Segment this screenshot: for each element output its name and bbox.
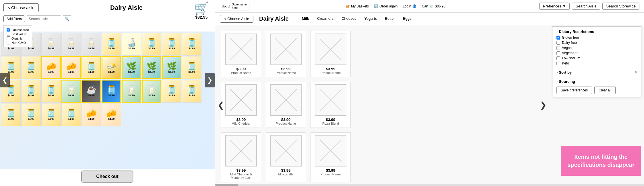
product-item[interactable]: 🫙$4.99 (182, 33, 201, 56)
checkout-button[interactable]: Check out (81, 171, 133, 183)
search-aisle-nav-button[interactable]: Search Aisle (572, 3, 600, 10)
lactose-free-filter[interactable]: Lactose free (7, 28, 29, 32)
product-item[interactable]: 🫙$4.99 (102, 33, 121, 56)
search-aisle-input[interactable] (27, 15, 61, 22)
product-item[interactable]: 🧀$4.99 (61, 56, 81, 79)
product-item[interactable]: 🫙$4.99 (182, 56, 201, 79)
best-value-filter[interactable]: Best value (7, 32, 29, 36)
clear-all-button[interactable]: Clear all (594, 87, 616, 94)
product-item[interactable]: 🫙$4.99 (102, 80, 121, 103)
product-item[interactable]: 🥛$4.99 (41, 33, 61, 56)
product-item[interactable]: 🧀$4.99 (102, 103, 121, 126)
product-item[interactable]: 🫙$4.99 (21, 80, 41, 103)
product-card[interactable]: $3.99Mild Cheddar (221, 82, 261, 128)
preference-checkbox[interactable] (556, 62, 560, 65)
product-card[interactable]: $3.99Mozzarella (266, 132, 306, 182)
tab-yogurts[interactable]: Yogurts (360, 15, 381, 22)
nav-arrow-left-panel[interactable]: ❮ (218, 100, 224, 109)
nav-arrow-right-panel[interactable]: ❯ (540, 100, 546, 109)
my-baskets-link[interactable]: 🧺 My Baskets (346, 4, 369, 8)
organic-filter[interactable]: Organic (7, 36, 29, 40)
product-item[interactable]: 🌿$4.99 (142, 56, 161, 79)
nav-arrow-left[interactable]: ❮ (0, 73, 10, 87)
product-item[interactable]: 🫙$4.99 (162, 80, 181, 103)
product-item[interactable]: 🧈$4.99 (102, 56, 121, 79)
product-item[interactable]: 🫙$4.99 (1, 103, 21, 126)
nav-links: 🧺 My Baskets 🔄 Order again Login 👤 Cart … (346, 4, 445, 8)
preferences-button[interactable]: Prefrences ▼ (539, 3, 570, 10)
product-price: $4.99 (128, 47, 135, 50)
preference-checkbox[interactable] (556, 56, 560, 60)
sourcing-title[interactable]: › Sourcing (556, 79, 637, 84)
tab-milk[interactable]: Milk (298, 15, 313, 22)
product-item[interactable]: 🫙$4.99 (142, 33, 161, 56)
product-item[interactable]: 🫙$4.99 (41, 80, 61, 103)
preference-item[interactable]: Low sodium (556, 56, 637, 60)
product-item[interactable]: 🥛$4.99 (122, 80, 141, 103)
product-price: $4.99 (108, 118, 115, 120)
preference-item[interactable]: Gluten free (556, 36, 637, 40)
scrollbar-thumb[interactable] (215, 184, 238, 186)
product-item[interactable]: 🥛$4.99 (61, 80, 81, 103)
preference-checkbox[interactable] (556, 51, 560, 55)
login-link[interactable]: Login 👤 (403, 4, 416, 8)
product-item[interactable]: 🫙$4.99 (41, 103, 61, 126)
product-item[interactable]: ☕$4.99 (82, 80, 101, 103)
product-card[interactable]: $3.99Product Name (311, 132, 351, 182)
tab-butter[interactable]: Butter (381, 15, 399, 22)
preference-checkbox[interactable] (556, 41, 560, 45)
product-icon: 🥛 (127, 86, 137, 94)
dietary-restrictions-title[interactable]: › Dietary Restrictions (556, 30, 637, 34)
nav-arrow-right[interactable]: ❯ (205, 73, 215, 87)
preference-item[interactable]: Keto (556, 61, 637, 65)
product-card-price: $3.99 (281, 67, 291, 71)
product-item[interactable]: 🫙$4.99 (82, 56, 101, 79)
cart-link[interactable]: Cart 🛒 $36.95 (422, 4, 445, 8)
product-item[interactable]: 🥛$4.99 (82, 33, 101, 56)
non-gmo-filter[interactable]: Non-GMO (7, 41, 29, 44)
product-item[interactable]: 🫙$4.99 (21, 103, 41, 126)
product-item[interactable]: 🧀$4.99 (82, 103, 101, 126)
sort-by-title[interactable]: › Sort by P (556, 70, 637, 75)
product-item[interactable]: 🥛$4.99 (61, 33, 81, 56)
product-item[interactable]: 🍶$4.99 (122, 33, 141, 56)
product-icon: ☕ (86, 86, 96, 94)
tab-cheeses[interactable]: Cheeses (337, 15, 360, 22)
product-card[interactable]: $3.99Product Name (311, 31, 351, 77)
search-submit-button[interactable]: 🔍 (63, 15, 71, 22)
product-price: $4.99 (88, 47, 95, 50)
product-item[interactable]: 🫙$4.99 (162, 33, 181, 56)
add-filters-button[interactable]: Add filters (3, 15, 25, 22)
product-item[interactable]: 🧀$4.99 (41, 56, 61, 79)
preference-item[interactable]: Vegan (556, 46, 637, 50)
product-item[interactable]: 🫙$4.99 (182, 80, 201, 103)
preference-item[interactable]: Dairy free (556, 41, 637, 45)
pref-divider (556, 68, 637, 68)
product-icon: 🫙 (6, 62, 16, 70)
search-storewide-button[interactable]: Search Storewide (602, 3, 639, 10)
product-card[interactable]: $3.99Product Name (221, 31, 261, 77)
product-price: $4.99 (128, 71, 135, 73)
preference-checkbox[interactable] (556, 46, 560, 50)
order-again-link[interactable]: 🔄 Order again (374, 4, 397, 8)
tab-eggs[interactable]: Eggs (399, 15, 416, 22)
product-icon: 🧀 (86, 109, 96, 117)
tab-creamers[interactable]: Creamers (313, 15, 337, 22)
scrollbar-bottom[interactable] (215, 184, 644, 186)
product-item[interactable]: 🥛$4.99 (142, 80, 161, 103)
save-preferences-button[interactable]: Save preferences (556, 87, 592, 94)
product-card[interactable]: $3.99Product Name (266, 82, 306, 128)
product-item[interactable]: 🫙$4.99 (21, 56, 41, 79)
product-card[interactable]: $3.99Product Name (266, 31, 306, 77)
product-card-price: $3.99 (326, 168, 335, 173)
product-image (270, 135, 302, 167)
product-card[interactable]: $3.99Mild Cheddar & Monterey Jack (221, 132, 261, 182)
product-item[interactable]: 🫙$4.99 (61, 103, 81, 126)
preference-checkbox[interactable] (556, 36, 560, 40)
product-card[interactable]: $3.99Pizza Blend (311, 82, 351, 128)
preference-item[interactable]: Vegetarian (556, 51, 637, 55)
choose-aisle-button[interactable]: < Choose aisle (3, 3, 39, 12)
product-item[interactable]: 🌿$4.99 (122, 56, 141, 79)
product-item[interactable]: 🌿$4.99 (162, 56, 181, 79)
choose-aisle-nav-button[interactable]: < Choose Aisle (220, 15, 253, 23)
